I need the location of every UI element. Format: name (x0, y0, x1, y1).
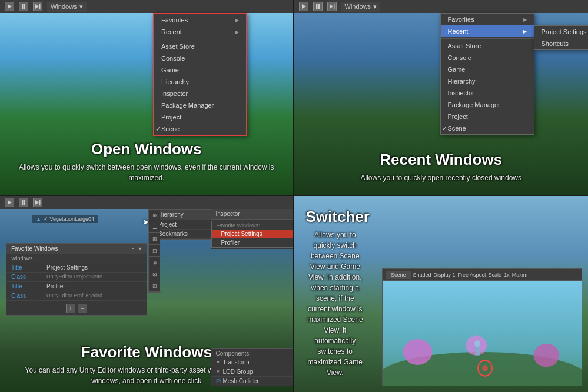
mesh-checkbox-icon: ☑ (216, 378, 221, 384)
windows-label-q2: Windows (345, 3, 371, 10)
switcher-scene-view (383, 281, 582, 386)
q1-inspector[interactable]: Inspector (154, 88, 246, 99)
q2-recent-item[interactable]: Recent ▶ Project Settings Shortcuts (441, 25, 534, 37)
quadrant-recent-windows: Windows ▾ Favorites Recent ▶ Project Set… (294, 0, 589, 196)
q2-overlay: Recent Windows Allows you to quickly ope… (294, 151, 589, 183)
windows-menu-q2[interactable]: Windows ▾ (341, 2, 381, 12)
panel-icon-2[interactable]: ☰ (149, 221, 161, 233)
lod-arrow-icon: ▼ (216, 369, 221, 374)
component-lod-group[interactable]: ▼ LOD Group (211, 367, 293, 377)
panel-icon-3[interactable]: ⊞ (149, 233, 161, 245)
panel-icon-5[interactable]: ◈ (149, 257, 161, 268)
svg-marker-3 (35, 4, 39, 9)
svg-rect-1 (22, 4, 24, 9)
play-btn[interactable] (5, 2, 14, 11)
q2-package-manager[interactable]: Package Manager (441, 99, 534, 111)
fav-panel-close-icon[interactable]: × (138, 245, 142, 252)
hierarchy-bookmarks[interactable]: Bookmarks (154, 230, 211, 239)
q3-step-btn[interactable] (33, 198, 42, 207)
panel-icons: ⊕ ☰ ⊞ ⊟ ◈ ⊠ ⊡ (148, 209, 160, 293)
panel-icon-1[interactable]: ⊕ (149, 210, 161, 221)
svg-rect-20 (475, 346, 480, 356)
q2-pause-btn[interactable] (313, 2, 323, 11)
panel-icon-4[interactable]: ⊟ (149, 245, 161, 257)
q4-desc: Allows you to quickly switch between Sce… (306, 230, 365, 378)
hierarchy-header: Hierarchy (154, 210, 211, 220)
fav-remove-btn[interactable]: − (78, 304, 87, 313)
svg-marker-5 (302, 4, 306, 9)
q1-package-manager[interactable]: Package Manager (154, 99, 246, 111)
svg-point-17 (403, 339, 433, 365)
fav-row-1: Title Project Settings (6, 263, 147, 273)
q2-project[interactable]: Project (441, 111, 534, 122)
quadrant-switcher: Scene Shaded Display 1 Free Aspect Scale… (294, 196, 589, 392)
panel-icon-7[interactable]: ⊡ (149, 280, 161, 292)
inspector-fav-profiler[interactable]: Profiler (212, 238, 293, 247)
svg-rect-9 (334, 4, 335, 9)
switcher-toolbar-scale-val: 1x (504, 272, 510, 278)
inspector-fav-project-settings[interactable]: Project Settings (212, 230, 293, 238)
component-transform[interactable]: ▼ Transform (211, 358, 293, 367)
q3-play-btn[interactable] (5, 198, 14, 207)
components-label: Components: (211, 349, 293, 358)
q2-step-btn[interactable] (327, 2, 337, 11)
q1-toolbar: Windows ▾ (0, 0, 293, 13)
component-mesh-collider[interactable]: ☑ Mesh Collider (211, 377, 293, 386)
fav-row-3: Title Profiler (6, 282, 147, 291)
switcher-toolbar-shaded: Shaded (413, 272, 431, 278)
scene-svg (383, 281, 582, 386)
panel-icon-6[interactable]: ⊠ (149, 268, 161, 280)
q1-recent-item[interactable]: Recent (154, 26, 246, 38)
q1-project[interactable]: Project (154, 111, 246, 123)
svg-rect-11 (22, 200, 24, 205)
q2-divider (441, 38, 534, 39)
switcher-toolbar-display: Display 1 (434, 272, 456, 278)
svg-rect-4 (39, 4, 41, 9)
components-section: Components: ▼ Transform ▼ LOD Group ☑ Me… (211, 348, 293, 386)
switcher-toolbar: Scene Shaded Display 1 Free Aspect Scale… (383, 269, 582, 281)
svg-rect-2 (24, 4, 26, 9)
hierarchy-project[interactable]: Project (154, 220, 211, 230)
q3-pause-btn[interactable] (19, 198, 28, 207)
windows-menu-q1[interactable]: Windows ▾ (47, 2, 87, 12)
fav-panel-menu-icon[interactable]: ⋮ (130, 245, 136, 252)
pause-btn[interactable] (19, 2, 28, 11)
q2-play-btn[interactable] (299, 2, 308, 11)
q2-console[interactable]: Console (441, 52, 534, 64)
inspector-panel-q3: Inspector Favorite Windows: Project Sett… (211, 209, 293, 249)
windows-label-q1: Windows (51, 3, 77, 10)
q2-hierarchy[interactable]: Hierarchy (441, 75, 534, 87)
q2-game[interactable]: Game (441, 64, 534, 75)
q1-favorites-item[interactable]: Favorites (154, 14, 246, 26)
q1-hierarchy[interactable]: Hierarchy (154, 76, 246, 88)
q2-toolbar: Windows ▾ (294, 0, 589, 13)
q2-scene[interactable]: Scene (441, 122, 534, 134)
q2-dropdown: Favorites Recent ▶ Project Settings Shor… (440, 13, 534, 135)
svg-marker-0 (8, 4, 12, 9)
inspector-fav-section: Favorite Windows: Project Settings Profi… (211, 221, 293, 248)
q2-desc: Allows you to quickly open recently clos… (306, 172, 577, 183)
q4-overlay: Switcher Allows you to quickly switch be… (294, 208, 377, 378)
q1-overlay: Open Windows Allows you to quickly switc… (0, 140, 293, 183)
inspector-header-q3: Inspector (211, 209, 293, 220)
q2-asset-store[interactable]: Asset Store (441, 40, 534, 52)
fav-panel-actions: + − (6, 301, 147, 315)
switcher-toolbar-maxim: Maxim (512, 272, 528, 278)
q3-toolbar (0, 196, 293, 209)
fav-row-2: Class UnityEditor.ProjectSette (6, 273, 147, 282)
q2-inspector[interactable]: Inspector (441, 87, 534, 99)
q1-game[interactable]: Game (154, 64, 246, 76)
q1-scene[interactable]: Scene (154, 123, 246, 135)
q2-shortcuts[interactable]: Shortcuts (534, 38, 589, 49)
fav-panel-header: Favorite Windows ⋮ × (6, 244, 147, 254)
q1-asset-store[interactable]: Asset Store (154, 41, 246, 52)
step-btn[interactable] (33, 2, 42, 11)
q2-favorites-item[interactable]: Favorites (441, 14, 534, 25)
scene-tab[interactable]: Scene (386, 271, 411, 279)
svg-marker-8 (330, 4, 333, 9)
svg-rect-12 (24, 200, 26, 205)
svg-rect-7 (318, 4, 320, 9)
q1-console[interactable]: Console (154, 52, 246, 64)
fav-add-btn[interactable]: + (66, 304, 75, 313)
q2-project-settings[interactable]: Project Settings (534, 26, 589, 38)
